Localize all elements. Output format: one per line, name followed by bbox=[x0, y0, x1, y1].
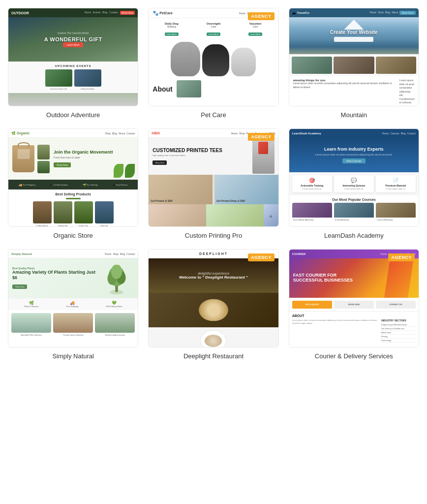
deeplight-container: DEEPLIGHT delightful experience Welcome … bbox=[149, 250, 278, 347]
simply-hero-title: Amazing Variety Of Plants Starting Just … bbox=[12, 270, 95, 281]
learndash-feature-2: 💬 Interesting Quizzes Lorem ipsum dolor … bbox=[334, 175, 374, 192]
card-simply-natural[interactable]: Simply Natural Home Shop Blog Contact Be… bbox=[8, 249, 138, 360]
simply-feature-3: 💚 100% Money Back bbox=[106, 301, 122, 308]
courier-hero-shape bbox=[384, 258, 414, 298]
courier-industry-item-2: Life Science & Health care bbox=[381, 327, 416, 331]
printing-logo: HBK bbox=[152, 131, 160, 135]
eco-icon: 🌱 bbox=[83, 183, 86, 187]
agency-badge-deeplight: AGENCY bbox=[248, 253, 274, 261]
petcare-logo-text: PetCare bbox=[159, 11, 172, 15]
courier-about-section: ABOUT Lorem ipsum dolor sit amet consect… bbox=[289, 312, 419, 345]
organic-products-section: Best Selling Products Coffee Beans Herba… bbox=[8, 189, 138, 227]
organic-hero-cta[interactable]: Shop Now bbox=[54, 162, 71, 167]
card-label-outdoor: Outdoor Adventure bbox=[46, 111, 100, 119]
organic-product-img-2 bbox=[54, 201, 72, 223]
outdoor-hero: Explore The Colourful World A WONDERFUL … bbox=[8, 17, 138, 62]
printing-promo-2: Get Printed Shop @ $30! bbox=[214, 175, 278, 204]
card-custom-printing[interactable]: AGENCY HBK Home Shop Pages Contact 🛒 $0.… bbox=[148, 128, 278, 239]
organic-product-1: Coffee Beans bbox=[33, 201, 52, 227]
outdoor-event-caption-2: Hiking Holidays bbox=[74, 88, 101, 90]
learndash-courses-title: Our Most Popular Courses bbox=[289, 195, 419, 203]
card-label-petcare: Pet Care bbox=[201, 111, 226, 119]
simply-feature-1: 🌿 Plants Collection bbox=[24, 301, 39, 308]
courier-book-btn[interactable]: BOOK NOW bbox=[334, 301, 374, 309]
simply-hero-cta[interactable]: Shop Now bbox=[12, 284, 27, 289]
simply-product-img-3 bbox=[95, 313, 135, 333]
mountain-search-input[interactable] bbox=[334, 37, 373, 42]
learndash-feature-desc-1: Lorem ipsum dolor sit bbox=[295, 188, 330, 190]
outdoor-event-img-1 bbox=[45, 69, 72, 87]
outdoor-cta-button[interactable]: Learn More bbox=[63, 42, 84, 47]
learndash-course-2: Email Marketing bbox=[334, 203, 374, 222]
simply-products-section: Beautiful Plant Varieties Trendy Cactus … bbox=[8, 310, 138, 339]
organic-hero-title: Join the Organic Movement! bbox=[54, 150, 134, 155]
outdoor-event-1: Current Camp Trek bbox=[45, 69, 72, 90]
simply-container: Simply Natural Home Shop Blog Contact Be… bbox=[8, 250, 138, 347]
organic-bag-image bbox=[12, 145, 34, 172]
simply-product-3: Gardening Accessories bbox=[95, 313, 135, 336]
simply-product-img-1 bbox=[11, 313, 51, 333]
printing-extra-section: + bbox=[149, 204, 278, 227]
outdoor-subtitle: Explore The Colourful World bbox=[58, 32, 89, 34]
organic-nav: Shop Blog About Contact bbox=[105, 132, 135, 135]
printing-hero-cta[interactable]: Shop Now bbox=[152, 160, 166, 165]
learndash-features: 🎯 Actionable Training Lorem ipsum dolor … bbox=[289, 172, 419, 195]
courier-actions-bar: GET A QUOTE BOOK NOW CONTACT US bbox=[289, 298, 419, 312]
simply-plant-image bbox=[99, 260, 134, 297]
organic-product-img-4 bbox=[95, 201, 114, 223]
card-preview-simply: Simply Natural Home Shop Blog Contact Be… bbox=[8, 249, 138, 347]
petcare-about-text: About bbox=[152, 85, 172, 93]
courier-about-text: Lorem ipsum dolor sit amet consectetur a… bbox=[292, 319, 377, 343]
card-organic-store[interactable]: 🌿 Organic Shop Blog About Contact bbox=[8, 128, 138, 239]
deeplight-food-bowl bbox=[199, 299, 228, 321]
mountain-desc-text-2: Lorem ipsum dolor sit amet consectetur a… bbox=[399, 79, 415, 106]
simply-hero: Best Quality Plants Amazing Variety Of P… bbox=[8, 258, 138, 298]
card-preview-petcare: AGENCY 🐾 PetCare Home Services About Con… bbox=[148, 8, 278, 106]
card-outdoor-adventure[interactable]: OUTDOOR Home Events Blog Contact Book No… bbox=[8, 8, 138, 119]
card-pet-care[interactable]: AGENCY 🐾 PetCare Home Services About Con… bbox=[148, 8, 278, 119]
card-preview-courier: AGENCY COURIER Home Services About Conta… bbox=[289, 249, 419, 347]
learndash-nav: Home Courses Blog Contact bbox=[382, 132, 416, 135]
mountain-logo-text: TravelCo bbox=[297, 11, 309, 14]
card-preview-deeplight: AGENCY DEEPLIGHT delightful experience W… bbox=[148, 249, 278, 347]
printing-extra-img-1 bbox=[149, 204, 206, 227]
petcare-logo-icon: 🐾 bbox=[152, 10, 158, 16]
learndash-feature-title-1: Actionable Training bbox=[295, 184, 330, 187]
mountain-nav-cta[interactable]: Book Now bbox=[399, 11, 416, 15]
learndash-feature-desc-2: Lorem ipsum dolor sit bbox=[336, 188, 371, 190]
printing-hero-title: CUSTOMIZED PRINTED TEES bbox=[152, 148, 248, 153]
card-learndash[interactable]: LearnDash Academy Home Courses Blog Cont… bbox=[289, 128, 419, 239]
petcare-services: Daily Dog Walking Learn More Overnight C… bbox=[149, 18, 278, 39]
printing-hero-text: CUSTOMIZED PRINTED TEES High quality pri… bbox=[152, 148, 248, 165]
learndash-container: LearnDash Academy Home Courses Blog Cont… bbox=[289, 129, 419, 226]
card-label-mountain: Mountain bbox=[341, 111, 367, 119]
returns-icon: ↩ bbox=[113, 183, 115, 187]
courier-about-content: Lorem ipsum dolor sit amet consectetur a… bbox=[292, 319, 416, 343]
learndash-hero-cta[interactable]: View Courses bbox=[342, 158, 366, 163]
learndash-hero-sub: Lorem ipsum dolor sit amet consectetur a… bbox=[310, 153, 397, 156]
outdoor-logo: OUTDOOR bbox=[11, 11, 29, 15]
card-courier[interactable]: AGENCY COURIER Home Services About Conta… bbox=[289, 249, 419, 360]
mountain-desc-text: Lorem ipsum dolor sit amet consectetur a… bbox=[293, 82, 396, 89]
card-deeplight[interactable]: AGENCY DEEPLIGHT delightful experience W… bbox=[148, 249, 278, 360]
organic-small-products bbox=[37, 145, 50, 173]
card-label-printing: Custom Printing Pro bbox=[185, 232, 242, 239]
dog-3 bbox=[231, 48, 256, 76]
card-mountain[interactable]: ⛰ TravelCo Home Tours Blog About Book No… bbox=[289, 8, 419, 119]
truck-icon: 🚚 bbox=[19, 183, 22, 187]
petcare-about-section: About bbox=[149, 78, 278, 99]
courier-contact-btn[interactable]: CONTACT US bbox=[376, 301, 416, 309]
printing-extra-img-2 bbox=[206, 204, 264, 227]
learndash-feature-1: 🎯 Actionable Training Lorem ipsum dolor … bbox=[292, 175, 332, 192]
plant-svg bbox=[102, 265, 131, 297]
courier-industry-item-4: Energy bbox=[381, 335, 416, 339]
deeplight-plate-image bbox=[200, 330, 227, 347]
template-grid: OUTDOOR Home Events Blog Contact Book No… bbox=[8, 8, 419, 360]
simply-hero-text: Best Quality Plants Amazing Variety Of P… bbox=[12, 267, 95, 289]
outdoor-events-title: UPCOMING EVENTS bbox=[11, 64, 135, 67]
organic-product-3: Green Tea bbox=[74, 201, 93, 227]
deeplight-hero-title: Welcome to " Deeplight Restaurant " bbox=[179, 275, 247, 280]
learndash-course-3: Content Marketing bbox=[376, 203, 416, 222]
courier-get-quote-btn[interactable]: GET A QUOTE bbox=[292, 301, 332, 309]
card-label-simply: Simply Natural bbox=[52, 352, 94, 360]
